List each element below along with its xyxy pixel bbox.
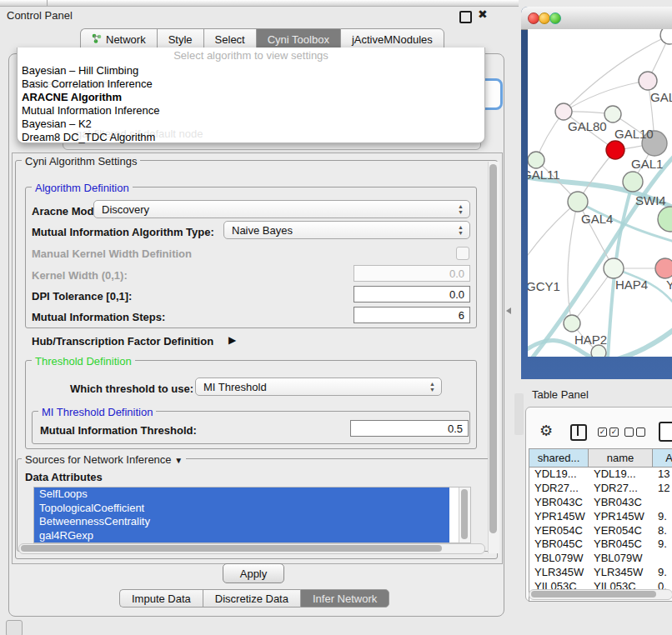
splitpane-divider[interactable] xyxy=(514,393,524,435)
column-header-shared-[interactable]: shared... xyxy=(529,449,589,468)
network-node[interactable] xyxy=(639,72,657,90)
mi-steps-field[interactable]: 6 xyxy=(354,307,470,323)
table-cell: YDL19... xyxy=(529,468,589,482)
network-edge[interactable] xyxy=(564,81,648,112)
hub-definition-label[interactable]: Hub/Transcription Factor Definition xyxy=(32,335,213,348)
table-mode-icon[interactable] xyxy=(659,422,672,442)
attribute-item[interactable]: BetweennessCentrality xyxy=(34,515,449,529)
network-node-label: HAP4 xyxy=(615,278,648,292)
network-edge[interactable] xyxy=(611,329,672,357)
algorithm-option[interactable]: Dream8 DC_TDC Algorithm xyxy=(22,131,479,144)
attribute-item[interactable]: gal4RGexp xyxy=(34,529,449,543)
table-cell: YER054C xyxy=(589,524,653,538)
collapse-arrow-icon[interactable]: ▼ xyxy=(174,456,183,465)
deselect-all-columns-icon[interactable] xyxy=(624,428,645,437)
gear-icon[interactable]: ⚙ xyxy=(539,422,553,440)
table-cell: YBR043C xyxy=(589,496,653,510)
table-cell: 8. xyxy=(653,524,672,538)
table-row[interactable]: YDL19...YDL19...13 xyxy=(529,468,672,482)
aracne-mode-combo[interactable]: Discovery ▲▼ xyxy=(93,200,470,218)
network-node[interactable] xyxy=(604,106,621,122)
table-cell: YBL079W xyxy=(529,552,589,566)
splitpane-collapse-icon[interactable] xyxy=(506,308,511,314)
table-horizontal-scrollbar[interactable] xyxy=(529,589,672,600)
tab-impute-data[interactable]: Impute Data xyxy=(119,589,203,608)
network-node[interactable] xyxy=(623,172,643,192)
tab-discretize-data[interactable]: Discretize Data xyxy=(203,589,300,608)
close-traffic-light-icon[interactable] xyxy=(528,12,539,24)
algorithm-option[interactable]: Mutual Information Inference xyxy=(22,104,479,118)
network-node[interactable] xyxy=(591,345,606,357)
column-header-name[interactable]: name xyxy=(589,449,653,468)
network-node[interactable] xyxy=(606,141,624,159)
scrollbar-thumb[interactable] xyxy=(21,545,442,552)
network-graph: GAL8GAL80GAL10GAL1GAL11SWI4GAL4HAP4YGCY1… xyxy=(528,29,672,357)
application-root: Control Panel ✖ NetworkStyleSelectCyni T… xyxy=(0,0,672,635)
settings-horizontal-scrollbar[interactable] xyxy=(18,543,485,554)
tab-infer-network[interactable]: Infer Network xyxy=(300,589,389,608)
mi-algorithm-type-combo[interactable]: Naive Bayes ▲▼ xyxy=(223,221,470,239)
table-cell: YLR345W xyxy=(589,566,653,580)
attributes-vertical-scrollbar[interactable] xyxy=(459,488,470,542)
algorithm-option[interactable]: Basic Correlation Inference xyxy=(22,78,479,91)
algorithm-option[interactable]: Bayesian – Hill Climbing xyxy=(22,64,479,78)
network-node[interactable] xyxy=(655,258,672,278)
attribute-item[interactable]: TopologicalCoefficient xyxy=(34,502,449,516)
algorithm-option[interactable]: ARACNE Algorithm xyxy=(22,91,479,104)
minimize-traffic-light-icon[interactable] xyxy=(539,12,550,24)
network-node-label: GCY1 xyxy=(528,279,560,293)
network-edge[interactable] xyxy=(528,202,578,269)
mi-threshold-field[interactable]: 0.5 xyxy=(350,420,469,437)
which-threshold-combo[interactable]: MI Threshold ▲▼ xyxy=(195,378,442,396)
table-row[interactable]: YER054CYER054C8. xyxy=(529,524,672,538)
stepper-arrows-icon: ▲▼ xyxy=(458,224,464,236)
scrollbar-thumb[interactable] xyxy=(461,489,468,539)
checked-box-icon: ✓ xyxy=(598,428,607,437)
table-cell: 13 xyxy=(653,468,672,482)
network-node[interactable] xyxy=(660,29,672,44)
network-node[interactable] xyxy=(564,315,580,332)
table-row[interactable]: YDR27...YDR27...12 xyxy=(529,482,672,496)
scrollbar-thumb[interactable] xyxy=(489,164,497,533)
network-node[interactable] xyxy=(604,258,624,278)
column-layout-icon[interactable] xyxy=(570,424,587,441)
attribute-item[interactable]: SelfLoops xyxy=(34,488,449,502)
table-cell xyxy=(653,496,672,510)
table-cell: 9. xyxy=(653,510,672,524)
toolbar-separator xyxy=(47,0,48,6)
aracne-mode-value: Discovery xyxy=(102,203,149,216)
network-node[interactable] xyxy=(658,207,672,232)
float-window-icon[interactable] xyxy=(459,11,472,23)
expand-arrow-icon[interactable]: ▶ xyxy=(228,334,236,346)
column-header-a[interactable]: A xyxy=(653,449,672,468)
table-row[interactable]: YLR345WYLR345W9. xyxy=(529,566,672,580)
kernel-width-field[interactable]: 0.0 xyxy=(354,265,470,282)
network-node[interactable] xyxy=(568,192,588,212)
apply-button[interactable]: Apply xyxy=(223,563,284,583)
algorithm-option[interactable]: Bayesian – K2 xyxy=(22,118,479,131)
table-row[interactable]: YPR145WYPR145W9. xyxy=(529,510,672,524)
dpi-tolerance-field[interactable]: 0.0 xyxy=(354,286,470,302)
table-row[interactable]: YBR043CYBR043C xyxy=(529,496,672,510)
select-all-columns-icon[interactable]: ✓ ✓ xyxy=(598,428,619,437)
close-icon[interactable]: ✖ xyxy=(478,8,488,21)
network-node[interactable] xyxy=(528,152,544,168)
data-attributes-list[interactable]: SelfLoopsTopologicalCoefficientBetweenne… xyxy=(33,487,471,543)
manual-kernel-width-checkbox[interactable] xyxy=(456,247,469,260)
collapsed-panel-button[interactable] xyxy=(6,620,23,635)
algorithm-definition-title: Algorithm Definition xyxy=(32,182,133,194)
scrollbar-thumb[interactable] xyxy=(531,591,656,598)
network-canvas[interactable]: GAL8GAL80GAL10GAL1GAL11SWI4GAL4HAP4YGCY1… xyxy=(528,29,672,357)
algorithm-dropdown-list: Select algorithm to view settings Infere… xyxy=(17,48,485,143)
dpi-tolerance-label: DPI Tolerance [0,1]: xyxy=(32,290,132,302)
table-cell: YPR145W xyxy=(589,510,653,524)
table-cell: YDR27... xyxy=(529,482,589,496)
sources-title[interactable]: Sources for Network Inference ▼ xyxy=(22,453,186,466)
table-row[interactable]: YBR045CYBR045C9. xyxy=(529,538,672,552)
zoom-traffic-light-icon[interactable] xyxy=(549,12,561,24)
table-cell: 9. xyxy=(653,538,672,552)
node-table[interactable]: shared...nameA YDL19...YDL19...13YDR27..… xyxy=(529,448,672,602)
table-row[interactable]: YBL079WYBL079W xyxy=(529,552,672,566)
unchecked-box-icon xyxy=(636,428,645,437)
network-node[interactable] xyxy=(555,103,572,120)
